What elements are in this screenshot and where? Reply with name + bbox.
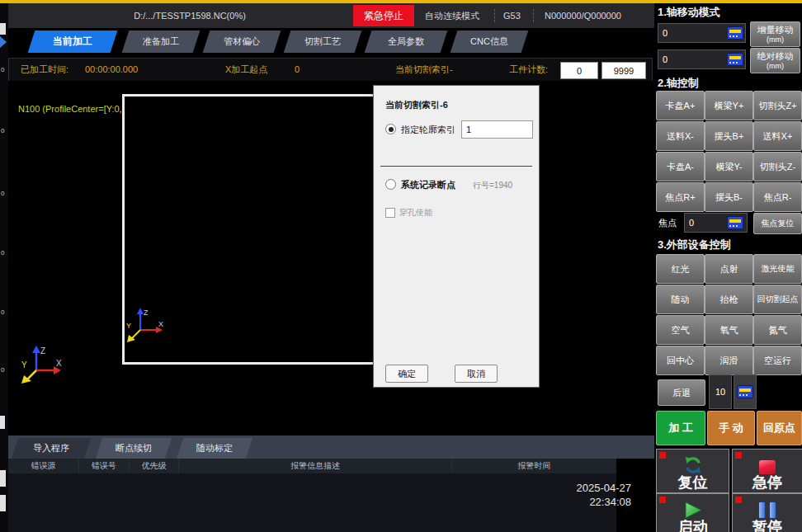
right-control-panel: 1.轴移动模式 增量移动(mm) 绝对移动(mm) 2.轴控制 卡盘A+ 横梁Y… bbox=[654, 3, 802, 532]
axis-triad-canvas-icon: Y Z X bbox=[20, 343, 66, 384]
tab-cutting-process[interactable]: 切割工艺 bbox=[284, 31, 362, 53]
jog-feed-x-plus[interactable]: 送料X+ bbox=[753, 121, 802, 151]
emergency-stop-button[interactable]: 紧急停止 bbox=[353, 5, 414, 26]
x-start-value: 0 bbox=[295, 59, 300, 81]
svg-text:Z: Z bbox=[144, 308, 149, 317]
tab-cnc-info[interactable]: CNC信息 bbox=[451, 31, 529, 53]
btn-return-cut-start[interactable]: 回切割起点 bbox=[753, 285, 802, 314]
jog-swing-b-minus[interactable]: 摆头B- bbox=[705, 182, 753, 212]
left-tick: 0 bbox=[1, 308, 4, 316]
back-step-keypad[interactable] bbox=[734, 374, 757, 409]
axis-triad-frame-icon: Y Z X bbox=[125, 305, 168, 343]
tab-global-params[interactable]: 全局参数 bbox=[365, 31, 448, 53]
part-count-label: 工件计数: bbox=[509, 59, 548, 81]
jog-head-z-plus[interactable]: 切割头Z+ bbox=[753, 91, 802, 120]
btn-dry-run[interactable]: 空运行 bbox=[753, 346, 802, 375]
dialog-cancel-button[interactable]: 取消 bbox=[455, 365, 498, 383]
tab-breakpoint-resume[interactable]: 断点续切 bbox=[96, 438, 172, 459]
btn-red-light[interactable]: 红光 bbox=[656, 254, 705, 284]
pierce-enable-label[interactable]: 穿孔使能 bbox=[399, 207, 432, 219]
left-tick: 0 bbox=[1, 249, 4, 257]
profile-index-radio[interactable] bbox=[385, 124, 396, 134]
status-indicator bbox=[659, 497, 666, 503]
jog-chuck-a-plus[interactable]: 卡盘A+ bbox=[656, 91, 705, 120]
machined-time-label: 已加工时间: bbox=[21, 59, 68, 81]
mode-machining-button[interactable]: 加 工 bbox=[656, 411, 705, 445]
profile-index-input[interactable] bbox=[461, 120, 533, 139]
alarm-table-body[interactable] bbox=[8, 473, 616, 532]
cnc-control-app: 0 0 0 0 0 0 D:/.../TESSTP1598.NC(0%) 紧急停… bbox=[0, 0, 802, 532]
mode-manual-button[interactable]: 手 动 bbox=[707, 411, 755, 445]
left-tick: 0 bbox=[1, 190, 4, 197]
focus-reset-button[interactable]: 焦点复位 bbox=[753, 213, 802, 234]
jog-head-z-minus[interactable]: 切割头Z- bbox=[753, 152, 802, 181]
left-strip-block bbox=[0, 416, 5, 429]
keypad-icon[interactable] bbox=[727, 26, 743, 40]
start-button[interactable]: 启动 bbox=[656, 493, 729, 532]
keypad-icon[interactable] bbox=[727, 216, 743, 229]
system-breakpoint-radio-label[interactable]: 系统记录断点 bbox=[401, 179, 455, 191]
alarm-table-header: 错误源 错误号 优先级 报警信息描述 报警时间 bbox=[8, 459, 616, 473]
btn-return-center[interactable]: 回中心 bbox=[656, 346, 705, 375]
svg-text:X: X bbox=[56, 359, 62, 368]
tab-prepare-machining[interactable]: 准备加工 bbox=[122, 31, 200, 53]
toolpath-canvas[interactable]: N100 (ProfileCenter=[Y:0,Z:0]) Y Z X Y Z… bbox=[8, 81, 654, 431]
btn-air[interactable]: 空气 bbox=[656, 315, 705, 345]
dialog-title: 当前切割索引-6 bbox=[385, 99, 448, 111]
btn-lubricate[interactable]: 润滑 bbox=[705, 346, 753, 375]
system-datetime: 2025-04-27 22:34:08 bbox=[536, 481, 631, 509]
machined-time-value: 00:00:00.000 bbox=[85, 59, 138, 81]
dialog-ok-button[interactable]: 确定 bbox=[385, 365, 428, 383]
left-edge-strip: 0 0 0 0 0 0 bbox=[0, 3, 8, 532]
jog-chuck-a-minus[interactable]: 卡盘A- bbox=[656, 152, 705, 181]
btn-oxygen[interactable]: 氧气 bbox=[705, 315, 753, 345]
jog-swing-b-plus[interactable]: 摆头B+ bbox=[705, 121, 753, 151]
jog-focus-r-minus[interactable]: 焦点R- bbox=[753, 182, 802, 212]
estop-big-button[interactable]: 急停 bbox=[732, 449, 802, 493]
part-count-current-input[interactable] bbox=[560, 62, 598, 79]
tab-tube-eccentricity[interactable]: 管材偏心 bbox=[203, 31, 281, 53]
btn-nitrogen[interactable]: 氮气 bbox=[753, 315, 802, 345]
tab-follow-calibration[interactable]: 随动标定 bbox=[177, 438, 252, 459]
dialog-separator bbox=[380, 166, 532, 167]
pause-button[interactable]: 暂停 bbox=[732, 493, 802, 532]
part-count-total-input[interactable] bbox=[602, 62, 646, 79]
jog-feed-x-minus[interactable]: 送料X- bbox=[656, 121, 705, 151]
left-strip-block bbox=[0, 470, 6, 487]
cut-index-dialog: 当前切割索引-6 指定轮廓索引 系统记录断点 行号=1940 穿孔使能 确定 取… bbox=[373, 85, 540, 388]
system-date: 2025-04-27 bbox=[536, 481, 631, 495]
profile-index-radio-label[interactable]: 指定轮廓索引 bbox=[401, 124, 455, 136]
btn-lift-gun[interactable]: 抬枪 bbox=[705, 285, 753, 314]
cut-index-label: 当前切割索引- bbox=[395, 59, 453, 81]
mode-home-button[interactable]: 回原点 bbox=[757, 411, 802, 445]
jog-focus-r-plus[interactable]: 焦点R+ bbox=[656, 182, 705, 212]
reset-button[interactable]: 复位 bbox=[656, 449, 729, 493]
docked-panel-arrow-icon[interactable] bbox=[0, 36, 7, 48]
system-breakpoint-radio[interactable] bbox=[385, 179, 396, 190]
topbar-divider bbox=[533, 9, 534, 22]
left-strip-block bbox=[0, 23, 6, 35]
nc-file-path: D:/.../TESSTP1598.NC(0%) bbox=[83, 3, 297, 28]
tab-current-machining[interactable]: 当前加工 bbox=[28, 31, 118, 53]
absolute-move-button[interactable]: 绝对移动(mm) bbox=[750, 48, 800, 73]
col-priority: 优先级 bbox=[130, 459, 180, 473]
pierce-enable-checkbox[interactable] bbox=[385, 208, 395, 218]
tab-import-program[interactable]: 导入程序 bbox=[12, 438, 91, 459]
incremental-move-button[interactable]: 增量移动(mm) bbox=[750, 21, 800, 47]
btn-laser-enable[interactable]: 激光使能 bbox=[753, 254, 802, 284]
keypad-icon[interactable] bbox=[737, 385, 753, 398]
back-button[interactable]: 后退 bbox=[658, 379, 705, 406]
btn-burst[interactable]: 点射 bbox=[705, 254, 753, 284]
back-step-value[interactable]: 10 bbox=[709, 374, 732, 409]
jog-beam-y-plus[interactable]: 横梁Y+ bbox=[705, 91, 753, 120]
left-tick: 0 bbox=[1, 366, 4, 374]
auto-mode-indicator[interactable]: 自动连续模式 bbox=[425, 3, 479, 28]
status-indicator bbox=[659, 452, 666, 459]
jog-beam-y-minus[interactable]: 横梁Y- bbox=[705, 152, 753, 181]
coord-system-indicator: G53 bbox=[503, 3, 521, 28]
left-tick: 0 bbox=[1, 127, 4, 134]
keypad-icon[interactable] bbox=[727, 53, 743, 66]
top-status-bar: D:/.../TESSTP1598.NC(0%) 紧急停止 自动连续模式 G53… bbox=[8, 3, 654, 28]
estop-icon bbox=[759, 460, 776, 474]
btn-follow[interactable]: 随动 bbox=[656, 285, 705, 314]
